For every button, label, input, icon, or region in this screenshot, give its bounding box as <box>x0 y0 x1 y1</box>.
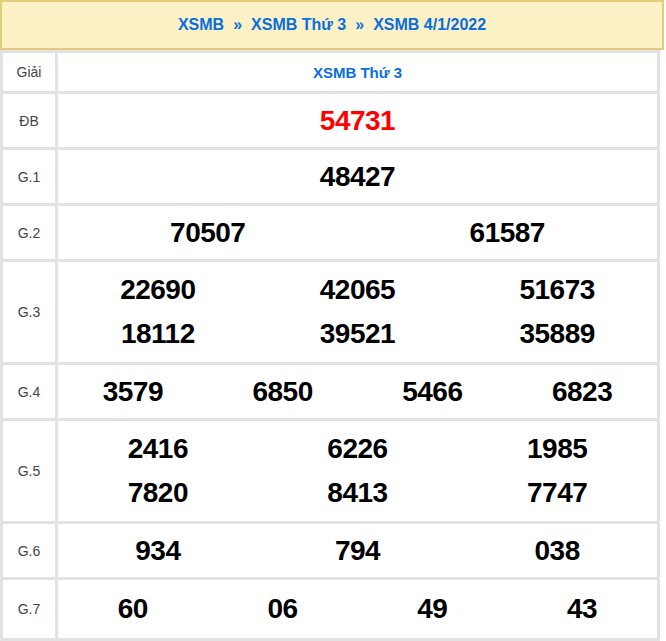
table-header-row: Giải XSMB Thứ 3 <box>3 53 657 91</box>
prize-number: 60 <box>58 592 208 626</box>
prize-number: 48427 <box>58 160 657 194</box>
prize-number: 70507 <box>58 216 358 250</box>
lottery-results-table: Giải XSMB Thứ 3 ĐB 54731 G.1 48427 G.2 7… <box>0 50 660 641</box>
table-row: G.5 2416 6226 1985 7820 8413 7747 <box>3 421 657 521</box>
prize-number: 794 <box>258 534 458 568</box>
prize-number: 6226 <box>258 432 458 466</box>
prize-number: 49 <box>358 592 508 626</box>
prize-values-db: 54731 <box>58 94 657 147</box>
prize-number: 7747 <box>457 476 657 510</box>
prize-label-g3: G.3 <box>3 262 55 362</box>
table-row: ĐB 54731 <box>3 94 657 147</box>
prize-label-g2: G.2 <box>3 206 55 259</box>
prize-number: 35889 <box>457 317 657 351</box>
prize-number: 42065 <box>258 273 458 307</box>
prize-number: 6850 <box>208 375 358 409</box>
prize-number: 3579 <box>58 375 208 409</box>
table-row: G.4 3579 6850 5466 6823 <box>3 365 657 418</box>
draw-title-link[interactable]: XSMB Thứ 3 <box>58 53 657 91</box>
table-row: G.7 60 06 49 43 <box>3 580 657 638</box>
prize-number: 2416 <box>58 432 258 466</box>
breadcrumb-link-xsmb[interactable]: XSMB <box>178 16 224 34</box>
prize-values-g2: 70507 61587 <box>58 206 657 259</box>
prize-number: 54731 <box>58 104 657 138</box>
prize-number: 06 <box>208 592 358 626</box>
prize-number: 61587 <box>358 216 658 250</box>
prize-column-header: Giải <box>3 53 55 91</box>
prize-number: 1985 <box>457 432 657 466</box>
breadcrumb: XSMB » XSMB Thứ 3 » XSMB 4/1/2022 <box>0 0 664 50</box>
prize-values-g6: 934 794 038 <box>58 524 657 577</box>
prize-number: 51673 <box>457 273 657 307</box>
prize-values-g4: 3579 6850 5466 6823 <box>58 365 657 418</box>
breadcrumb-link-xsmb-date[interactable]: XSMB 4/1/2022 <box>373 16 486 34</box>
prize-label-g6: G.6 <box>3 524 55 577</box>
prize-number: 7820 <box>58 476 258 510</box>
prize-number: 5466 <box>358 375 508 409</box>
prize-number: 43 <box>507 592 657 626</box>
prize-number: 18112 <box>58 317 258 351</box>
table-row: G.3 22690 42065 51673 18112 39521 35889 <box>3 262 657 362</box>
prize-label-g4: G.4 <box>3 365 55 418</box>
table-row: G.6 934 794 038 <box>3 524 657 577</box>
prize-number: 8413 <box>258 476 458 510</box>
prize-number: 038 <box>457 534 657 568</box>
prize-label-db: ĐB <box>3 94 55 147</box>
prize-values-g1: 48427 <box>58 150 657 203</box>
prize-label-g1: G.1 <box>3 150 55 203</box>
breadcrumb-link-xsmb-thu-3[interactable]: XSMB Thứ 3 <box>251 16 346 34</box>
prize-label-g7: G.7 <box>3 580 55 638</box>
table-row: G.2 70507 61587 <box>3 206 657 259</box>
breadcrumb-separator: » <box>233 16 242 34</box>
prize-values-g7: 60 06 49 43 <box>58 580 657 638</box>
breadcrumb-separator: » <box>355 16 364 34</box>
prize-label-g5: G.5 <box>3 421 55 521</box>
prize-number: 22690 <box>58 273 258 307</box>
prize-number: 39521 <box>258 317 458 351</box>
prize-values-g3: 22690 42065 51673 18112 39521 35889 <box>58 262 657 362</box>
table-row: G.1 48427 <box>3 150 657 203</box>
prize-values-g5: 2416 6226 1985 7820 8413 7747 <box>58 421 657 521</box>
prize-number: 934 <box>58 534 258 568</box>
prize-number: 6823 <box>507 375 657 409</box>
